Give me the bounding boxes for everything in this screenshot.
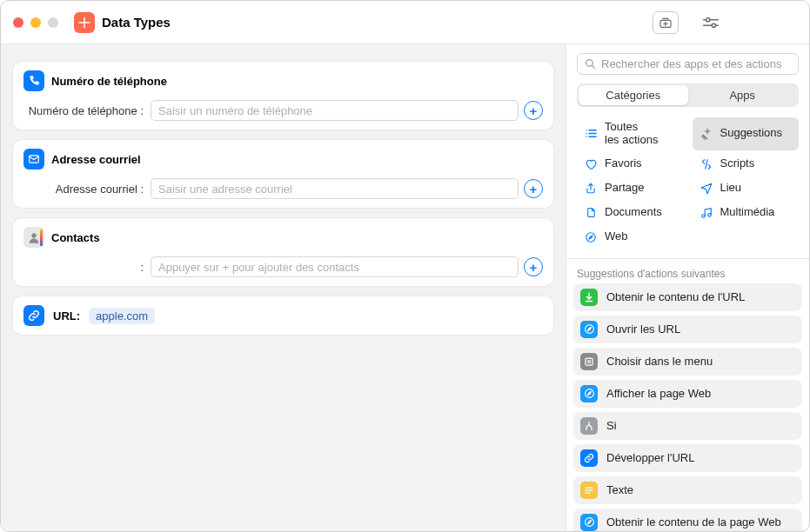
category-label: Lieu: [720, 182, 742, 195]
suggestions-list: Obtenir le contenu de l'URLOuvrir les UR…: [566, 283, 809, 531]
compass-icon: [580, 514, 598, 531]
share-icon: [584, 182, 598, 196]
card-title: Contacts: [51, 231, 100, 244]
category-multimédia[interactable]: Multimédia: [693, 203, 800, 223]
suggestion-label: Obtenir le contenu de l'URL: [606, 290, 745, 304]
card-title: Numéro de téléphone: [51, 75, 167, 88]
category-label: Suggestions: [720, 127, 783, 140]
contacts-icon: [23, 227, 44, 248]
suggestion-item[interactable]: Obtenir le contenu de la page Web: [573, 509, 802, 531]
field-label: :: [23, 261, 145, 274]
close-icon[interactable]: [13, 17, 23, 28]
url-label: URL:: [53, 309, 80, 323]
suggestion-label: Texte: [606, 483, 633, 497]
search-input[interactable]: Rechercher des apps et des actions: [577, 53, 799, 75]
suggestion-item[interactable]: Si: [573, 412, 802, 440]
url-action-card[interactable]: URL: apple.com: [13, 296, 553, 335]
add-button[interactable]: +: [524, 257, 543, 276]
category-label: Documents: [605, 206, 662, 219]
wand-icon: [700, 127, 713, 141]
actions-sidebar: Rechercher des apps et des actions Catég…: [566, 44, 809, 531]
suggestion-item[interactable]: Choisir dans le menu: [573, 348, 802, 376]
category-label: Favoris: [605, 157, 642, 170]
list-icon: [584, 127, 598, 141]
category-label: Toutes les actions: [605, 121, 658, 147]
suggestion-label: Afficher la page Web: [606, 387, 711, 401]
page-title: Data Types: [102, 15, 171, 30]
library-button[interactable]: [653, 11, 679, 34]
suggestion-label: Ouvrir les URL: [606, 323, 680, 336]
category-documents[interactable]: Documents: [577, 203, 684, 223]
add-button[interactable]: +: [524, 101, 543, 120]
field-label: Numéro de téléphone :: [23, 104, 145, 117]
safari-icon: [584, 230, 598, 244]
field-input[interactable]: Appuyer sur + pour ajouter des contacts: [151, 256, 519, 277]
action-card-contacts[interactable]: Contacts:Appuyer sur + pour ajouter des …: [13, 218, 553, 286]
card-title: Adresse courriel: [51, 153, 141, 166]
mail-icon: [23, 149, 44, 170]
action-card-phone[interactable]: Numéro de téléphoneNuméro de téléphone :…: [13, 62, 553, 130]
category-lieu[interactable]: Lieu: [693, 178, 800, 199]
svg-point-1: [31, 233, 36, 237]
sidebar-tabs: Catégories Apps: [577, 83, 799, 107]
text-icon: [580, 482, 598, 499]
branch-icon: [580, 417, 598, 435]
category-label: Scripts: [720, 157, 755, 170]
doc-icon: [584, 206, 598, 220]
sidebar-toolbar: [566, 1, 809, 44]
compass-icon: [580, 321, 598, 338]
suggestion-label: Développer l'URL: [606, 451, 694, 465]
category-label: Partage: [605, 182, 645, 195]
category-suggestions[interactable]: Suggestions: [693, 117, 800, 150]
category-favoris[interactable]: Favoris: [577, 154, 684, 175]
svg-point-7: [707, 213, 711, 216]
suggestions-header: Suggestions d'actions suivantes: [566, 259, 809, 283]
suggestion-label: Si: [606, 419, 617, 433]
search-placeholder: Rechercher des apps et des actions: [601, 57, 781, 70]
minimize-icon[interactable]: [30, 17, 41, 28]
field-input[interactable]: Saisir une adresse courriel: [151, 178, 519, 199]
link-icon: [23, 305, 44, 326]
window-controls: [13, 17, 58, 28]
compass-icon: [580, 385, 598, 402]
svg-point-8: [586, 233, 596, 243]
field-label: Adresse courriel :: [23, 183, 145, 196]
category-grid: Toutes les actionsSuggestionsFavorisScri…: [566, 116, 809, 259]
category-scripts[interactable]: Scripts: [693, 154, 800, 175]
svg-point-3: [706, 17, 709, 21]
shortcut-app-icon: [74, 12, 95, 33]
search-icon: [585, 58, 596, 70]
add-button[interactable]: +: [524, 179, 543, 198]
download-icon: [580, 289, 598, 306]
suggestion-item[interactable]: Texte: [573, 476, 802, 504]
maximize-icon[interactable]: [48, 17, 58, 28]
action-card-email[interactable]: Adresse courrielAdresse courriel :Saisir…: [13, 140, 553, 208]
suggestion-label: Obtenir le contenu de la page Web: [606, 515, 781, 529]
link-icon: [580, 449, 598, 467]
tab-apps[interactable]: Apps: [688, 85, 798, 105]
svg-point-4: [712, 23, 715, 27]
suggestion-label: Choisir dans le menu: [606, 355, 713, 369]
tab-categories[interactable]: Catégories: [579, 85, 688, 105]
url-value-chip[interactable]: apple.com: [89, 308, 155, 324]
category-toutes-les-actions[interactable]: Toutes les actions: [577, 117, 684, 150]
script-icon: [700, 157, 713, 171]
location-icon: [700, 182, 713, 196]
category-label: Web: [605, 230, 628, 243]
suggestion-item[interactable]: Obtenir le contenu de l'URL: [573, 283, 802, 311]
menu-icon: [580, 353, 598, 370]
category-partage[interactable]: Partage: [577, 178, 684, 199]
svg-rect-10: [586, 358, 592, 365]
heart-icon: [584, 157, 598, 171]
suggestion-item[interactable]: Afficher la page Web: [573, 380, 802, 408]
music-icon: [700, 206, 713, 220]
phone-icon: [23, 70, 44, 91]
settings-button[interactable]: [698, 10, 724, 36]
field-input[interactable]: Saisir un numéro de téléphone: [151, 100, 519, 121]
svg-point-6: [701, 215, 705, 218]
workflow-canvas: Numéro de téléphoneNuméro de téléphone :…: [1, 44, 566, 531]
category-label: Multimédia: [720, 206, 775, 219]
suggestion-item[interactable]: Ouvrir les URL: [573, 316, 802, 343]
category-web[interactable]: Web: [577, 227, 684, 248]
suggestion-item[interactable]: Développer l'URL: [573, 444, 802, 472]
